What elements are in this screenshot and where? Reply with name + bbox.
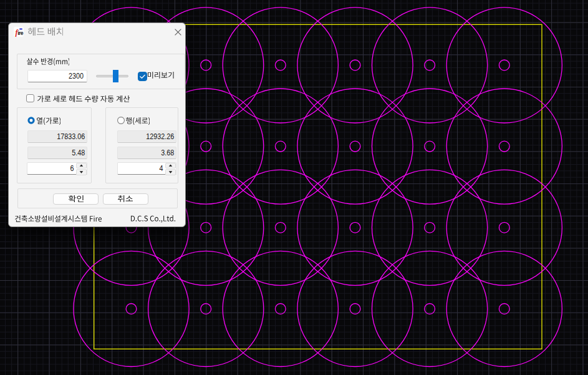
svg-text:ire: ire [17, 30, 23, 36]
